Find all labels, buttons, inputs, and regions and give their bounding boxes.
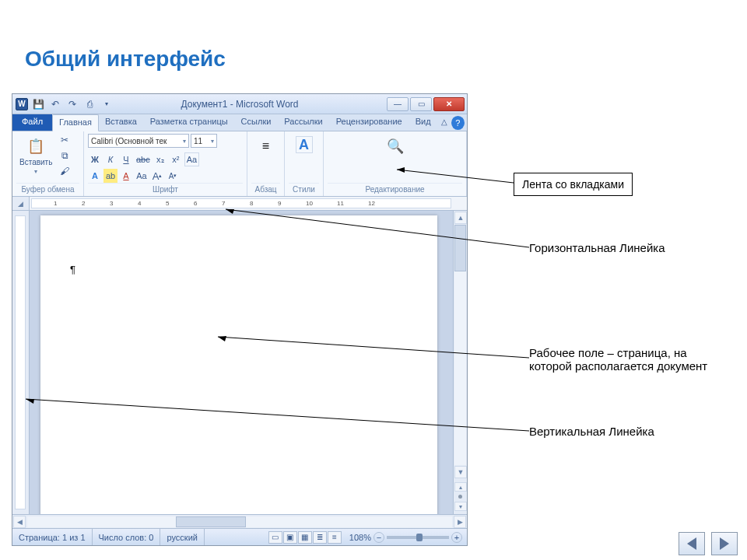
paste-button[interactable]: 📋 Вставить ▾ [16,134,55,177]
callout-arrow-ribbon [397,167,514,191]
svg-marker-1 [397,167,405,173]
styles-icon: A [296,136,313,153]
status-page[interactable]: Страница: 1 из 1 [12,529,93,545]
status-words[interactable]: Число слов: 0 [93,529,161,545]
qat-customize-icon[interactable]: ▾ [100,97,114,111]
copy-icon[interactable]: ⧉ [58,149,72,162]
qat-undo-icon[interactable]: ↶ [48,97,62,111]
pilcrow-icon: ¶ [70,264,75,275]
status-bar: Страница: 1 из 1 Число слов: 0 русский ▭… [12,528,467,545]
tab-mailings[interactable]: Рассылки [278,114,329,131]
font-size-value: 11 [194,137,202,145]
callout-arrow-hruler [226,207,529,252]
tab-view[interactable]: Вид [409,114,438,131]
paste-label: Вставить [19,158,52,166]
callout-ribbon: Лента со вкладками [514,173,633,196]
change-case-button[interactable]: Aa [184,152,199,166]
shrink-font-button[interactable]: A▾ [166,169,180,183]
paste-icon: 📋 [26,136,46,156]
paragraph-icon: ≡ [256,136,276,156]
horizontal-scrollbar[interactable]: ◀ ▶ [12,514,467,528]
strike-button[interactable]: abc [135,152,152,166]
help-button[interactable]: ? [451,116,465,130]
ruler-corner[interactable]: ◢ [12,197,30,210]
font-color-button[interactable]: A [119,169,133,183]
triangle-left-icon [687,537,696,550]
group-styles-label: Стили [289,183,319,195]
svg-line-6 [26,399,529,431]
close-button[interactable]: ✕ [433,97,465,111]
zoom-value[interactable]: 108% [349,533,371,542]
qat-save-icon[interactable]: 💾 [31,97,45,111]
tab-insert[interactable]: Вставка [99,114,144,131]
qat-print-icon[interactable]: ⎙ [82,97,96,111]
scroll-right-icon[interactable]: ▶ [454,516,466,528]
qat-redo-icon[interactable]: ↷ [65,97,79,111]
tab-references[interactable]: Ссылки [235,114,279,131]
cut-icon[interactable]: ✂ [58,134,72,146]
view-full-screen-icon[interactable]: ▣ [283,531,297,544]
callout-hruler: Горизонтальная Линейка [529,241,665,254]
next-page-icon[interactable]: ▾ [454,502,467,511]
superscript-button[interactable]: x² [169,152,183,166]
scroll-left-icon[interactable]: ◀ [13,516,26,528]
svg-marker-5 [218,336,226,341]
callout-page: Рабочее поле – страница, на которой расп… [529,346,708,373]
browse-object-icon[interactable] [458,495,462,499]
maximize-button[interactable]: ▭ [410,97,432,111]
zoom-slider[interactable] [387,536,449,539]
callout-arrow-page [218,334,529,366]
vertical-ruler[interactable] [12,211,30,514]
minimize-ribbon-icon[interactable]: △ [438,114,451,128]
italic-button[interactable]: К [103,152,117,166]
font-size-combo[interactable]: 11▾ [191,134,217,148]
tab-review[interactable]: Рецензирование [330,114,409,131]
svg-marker-3 [226,209,234,214]
word-window: W 💾 ↶ ↷ ⎙ ▾ Документ1 - Microsoft Word —… [12,93,468,546]
callout-arrow-vruler [26,397,529,436]
group-paragraph-label: Абзац [251,183,280,195]
hscroll-thumb[interactable] [176,516,246,527]
view-web-layout-icon[interactable]: ▦ [298,531,312,544]
format-painter-icon[interactable]: 🖌 [58,165,72,177]
slide-prev-button[interactable] [679,532,705,555]
svg-line-4 [218,337,529,358]
editing-button[interactable]: 🔍 [382,134,409,159]
text-effects-button[interactable]: A [88,169,102,183]
subscript-button[interactable]: x₂ [153,152,167,166]
group-font-label: Шрифт [88,183,243,195]
bold-button[interactable]: Ж [88,152,102,166]
callout-vruler: Вертикальная Линейка [529,425,654,438]
svg-marker-7 [26,399,34,404]
zoom-out-button[interactable]: − [374,532,384,543]
underline-button[interactable]: Ч [119,152,133,166]
zoom-in-button[interactable]: + [451,532,462,543]
slide-next-button[interactable] [711,532,738,555]
tab-page-layout[interactable]: Разметка страницы [144,114,235,131]
view-print-layout-icon[interactable]: ▭ [268,531,282,544]
view-draft-icon[interactable]: ≡ [328,531,342,544]
paragraph-button[interactable]: ≡ [253,134,279,159]
svg-line-0 [397,170,514,183]
minimize-button[interactable]: — [387,97,409,111]
font-name-value: Calibri (Основной тек [91,137,167,145]
file-tab[interactable]: Файл [12,114,52,131]
slide-title: Общий интерфейс [25,47,226,72]
triangle-right-icon [720,537,729,550]
scroll-down-icon[interactable]: ▼ [454,466,467,478]
grow-font-button[interactable]: A▴ [150,169,164,183]
font-name-combo[interactable]: Calibri (Основной тек▾ [88,134,189,148]
tab-home[interactable]: Главная [52,114,99,131]
case-menu-button[interactable]: Aa [135,169,149,183]
find-icon: 🔍 [385,136,405,156]
app-icon[interactable]: W [16,98,28,110]
styles-button[interactable]: A [293,134,316,156]
ribbon-tabs: Файл Главная Вставка Разметка страницы С… [12,114,467,131]
status-language[interactable]: русский [160,529,204,545]
svg-line-2 [226,209,529,247]
titlebar: W 💾 ↶ ↷ ⎙ ▾ Документ1 - Microsoft Word —… [12,94,467,114]
group-clipboard-label: Буфер обмена [16,183,79,195]
view-outline-icon[interactable]: ≣ [313,531,327,544]
highlight-button[interactable]: ab [103,169,117,183]
prev-page-icon[interactable]: ▴ [454,482,467,492]
